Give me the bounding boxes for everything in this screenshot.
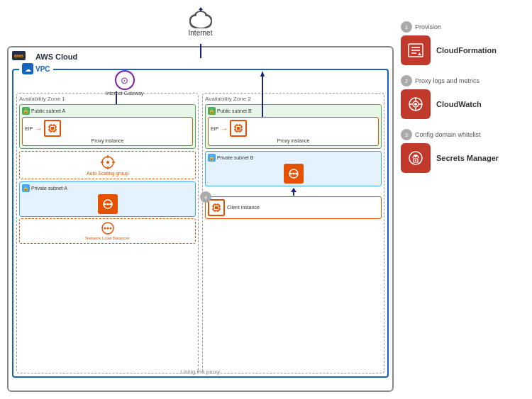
cw-name: CloudWatch bbox=[436, 100, 482, 108]
svg-marker-9 bbox=[199, 7, 203, 10]
public-subnet-b-icon: 🔒 bbox=[208, 107, 216, 115]
nlb-label: Network Load Balancer bbox=[85, 236, 129, 241]
proxy-instance-label-zone2: Proxy instance bbox=[211, 138, 376, 143]
cf-icon bbox=[406, 41, 425, 60]
zone-2-label: Availability Zone 2 bbox=[205, 96, 382, 102]
cw-icon-box bbox=[401, 89, 431, 119]
public-subnet-a-label: Public subnet A bbox=[31, 108, 65, 113]
private-subnet-b-label: Private subnet B bbox=[217, 155, 253, 160]
cw-icon bbox=[406, 95, 425, 113]
cf-desc: Provision bbox=[415, 23, 441, 30]
auto-scaling-label: Auto Scaling group bbox=[87, 171, 128, 176]
private-subnet-a-icon: 🔒 bbox=[22, 184, 30, 192]
arrow-client-up bbox=[205, 189, 382, 196]
svg-point-27 bbox=[106, 161, 109, 164]
vpc-icon: ☁ bbox=[22, 63, 33, 74]
zone-1: Availability Zone 1 🔒 Public subnet A bbox=[16, 93, 199, 373]
svg-rect-13 bbox=[51, 127, 54, 130]
step1-badge: 1 bbox=[401, 21, 412, 33]
zone-2: Availability Zone 2 🔒 Public subnet B EI… bbox=[202, 93, 384, 373]
vpc-label: ☁ VPC bbox=[19, 63, 53, 74]
private-subnet-a-label: Private subnet A bbox=[31, 186, 67, 191]
using-proxy-label: Using the proxy bbox=[13, 369, 387, 375]
eip-label-zone1: EIP bbox=[25, 126, 33, 131]
private-subnet-a: 🔒 Private subnet A bbox=[19, 181, 196, 217]
zones-container: Availability Zone 1 🔒 Public subnet A bbox=[16, 93, 384, 373]
svg-text:☁: ☁ bbox=[25, 66, 31, 73]
client-chip-svg bbox=[211, 202, 222, 213]
cf-icon-box bbox=[401, 35, 431, 65]
eip-label-zone2: EIP bbox=[211, 126, 218, 131]
client-instance-box: 4 bbox=[205, 196, 382, 219]
public-subnet-a: 🔒 Public subnet A EIP → bbox=[19, 104, 196, 149]
client-chip-icon bbox=[208, 199, 225, 216]
auto-scaling-icon bbox=[99, 154, 116, 171]
service-secrets-manager: 3 Config domain whitelist Secrets Manage… bbox=[401, 129, 525, 173]
aws-cloud-label: AWS Cloud bbox=[35, 52, 77, 61]
service-svg-zone2 bbox=[287, 167, 300, 180]
nlb-icon bbox=[100, 220, 116, 236]
proxy-instance-label-zone1: Proxy instance bbox=[25, 138, 190, 143]
cw-desc: Proxy logs and metrics bbox=[415, 77, 480, 84]
chip-icon-zone2 bbox=[230, 120, 247, 137]
service-svg-zone1 bbox=[101, 198, 114, 210]
right-panel: 1 Provision CloudFormation bbox=[401, 7, 525, 392]
aws-logo: aws bbox=[12, 51, 26, 60]
cf-name: CloudFormation bbox=[436, 46, 497, 55]
step4-badge: 4 bbox=[200, 191, 211, 203]
proxy-instance-zone2: EIP → bbox=[208, 117, 379, 146]
svg-point-34 bbox=[104, 227, 106, 230]
chip-svg-zone1 bbox=[47, 123, 58, 134]
sm-icon bbox=[406, 149, 425, 167]
internet-area: Internet bbox=[187, 7, 215, 37]
step3-badge: 3 bbox=[401, 129, 412, 140]
svg-rect-38 bbox=[237, 127, 240, 130]
zone-1-label: Availability Zone 1 bbox=[19, 96, 196, 102]
service-icon-zone1 bbox=[98, 194, 118, 214]
step2-badge: 2 bbox=[401, 75, 412, 86]
aws-cloud-box: aws AWS Cloud ☁ VPC ⊙ I bbox=[7, 46, 394, 392]
eip-row-zone1: EIP → bbox=[25, 120, 190, 137]
public-subnet-a-icon: 🔒 bbox=[22, 107, 30, 115]
auto-scaling-box: Auto Scaling group bbox=[19, 151, 196, 179]
private-subnet-b: 🔒 Private subnet B bbox=[205, 151, 382, 186]
vpc-box: ☁ VPC ⊙ Internet Gateway bbox=[12, 69, 389, 378]
sm-icon-box bbox=[401, 143, 431, 173]
sm-desc: Config domain whitelist bbox=[415, 131, 481, 138]
vpc-label-text: VPC bbox=[35, 65, 50, 73]
svg-point-76 bbox=[414, 154, 417, 157]
arrow-internet-down bbox=[200, 44, 201, 58]
svg-rect-53 bbox=[215, 206, 218, 209]
service-cloudformation: 1 Provision CloudFormation bbox=[401, 21, 525, 65]
public-subnet-b: 🔒 Public subnet B EIP → bbox=[205, 104, 382, 149]
svg-point-77 bbox=[415, 160, 416, 162]
main-container: Internet aws AWS Cloud ☁ VPC bbox=[0, 0, 532, 399]
proxy-instance-zone1: EIP → bbox=[22, 117, 193, 146]
svg-point-74 bbox=[414, 103, 417, 106]
chip-icon-zone1 bbox=[44, 120, 61, 137]
svg-point-36 bbox=[109, 227, 111, 230]
service-icon-zone2 bbox=[284, 164, 304, 184]
client-instance-label: Client instance bbox=[227, 204, 260, 210]
eip-row-zone2: EIP → bbox=[211, 120, 376, 137]
internet-label: Internet bbox=[189, 29, 213, 37]
eip-arrow-zone2: → bbox=[221, 125, 228, 133]
chip-svg-zone2 bbox=[233, 123, 244, 134]
service-cloudwatch: 2 Proxy logs and metrics Cloud bbox=[401, 75, 525, 119]
svg-point-35 bbox=[106, 227, 109, 230]
eip-arrow-zone1: → bbox=[35, 125, 42, 133]
private-subnet-b-icon: 🔒 bbox=[208, 154, 216, 162]
sm-name: Secrets Manager bbox=[436, 154, 499, 162]
nlb-box: Network Load Balancer bbox=[19, 218, 196, 243]
igw-icon: ⊙ bbox=[115, 70, 135, 90]
internet-icon bbox=[187, 7, 215, 28]
public-subnet-b-label: Public subnet B bbox=[217, 108, 252, 113]
